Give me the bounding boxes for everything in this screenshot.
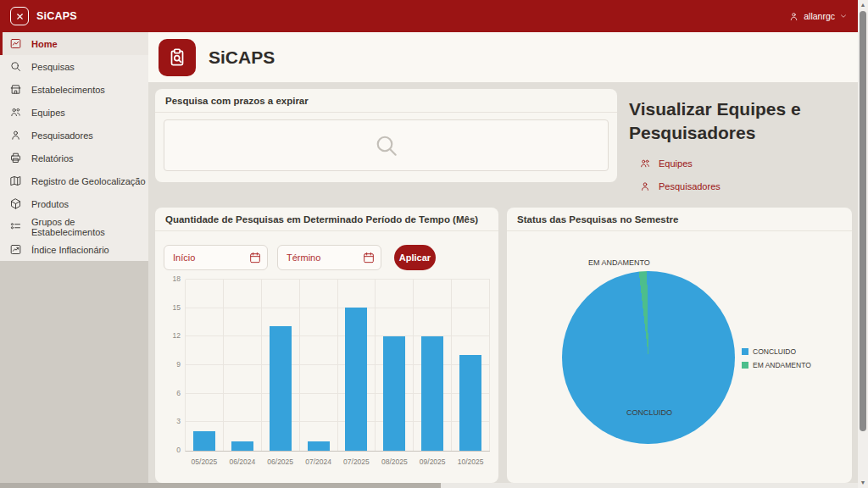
pie-slice-label-em-andamento: EM ANDAMENTO bbox=[588, 258, 650, 267]
sidebar-item-label: Pesquisadores bbox=[31, 130, 93, 141]
horizontal-scrollbar-thumb[interactable] bbox=[0, 483, 441, 488]
sidebar-item-registro-de-geolocalizacao[interactable]: Registro de Geolocalização bbox=[0, 169, 148, 192]
bar-slot: 06/2025 bbox=[262, 280, 300, 451]
close-icon bbox=[15, 12, 25, 21]
bar-panel-title: Quantidade de Pesquisas em Determinado P… bbox=[155, 208, 498, 231]
username: allanrgc bbox=[804, 11, 835, 21]
legend-swatch bbox=[742, 362, 748, 369]
horizontal-scrollbar[interactable] bbox=[0, 483, 858, 488]
bar bbox=[421, 336, 443, 451]
sidebar-item-produtos[interactable]: Produtos bbox=[0, 192, 148, 215]
box-icon bbox=[9, 197, 22, 210]
pie-panel-title: Status das Pesquisas no Semestre bbox=[507, 208, 852, 231]
teams-section-title: Visualizar Equipes e Pesquisadores bbox=[629, 97, 858, 144]
bar-slot: 06/2024 bbox=[224, 280, 262, 451]
legend-label: EM ANDAMENTO bbox=[753, 361, 811, 369]
sidebar-item-label: Grupos de Estabelecimentos bbox=[31, 217, 148, 237]
sidebar-item-label: Relatórios bbox=[31, 153, 74, 164]
x-axis-tick-label: 07/2024 bbox=[300, 458, 337, 466]
pie-legend: CONCLUIDOEM ANDAMENTO bbox=[742, 347, 811, 369]
sidebar-item-label: Equipes bbox=[31, 108, 65, 118]
sidebar-item-label: Produtos bbox=[31, 199, 69, 209]
bar bbox=[383, 336, 405, 451]
expiring-panel: Pesquisa com prazos a expirar bbox=[155, 89, 617, 182]
bar bbox=[459, 355, 481, 451]
expiring-search-box[interactable] bbox=[164, 119, 609, 171]
sidebar-item-pesquisas[interactable]: Pesquisas bbox=[0, 55, 148, 78]
scroll-up-arrow[interactable]: ▲ bbox=[858, 1, 868, 9]
calendar-icon[interactable] bbox=[362, 251, 376, 264]
people-icon bbox=[639, 158, 651, 169]
expiring-panel-title: Pesquisa com prazos a expirar bbox=[155, 89, 617, 113]
x-axis-tick-label: 08/2025 bbox=[376, 458, 413, 466]
bar-slot: 10/2025 bbox=[452, 280, 490, 451]
bar-slot: 07/2025 bbox=[338, 280, 376, 451]
y-axis-tick-label: 6 bbox=[160, 389, 181, 397]
y-axis-tick-label: 9 bbox=[160, 360, 181, 369]
x-axis-tick-label: 09/2025 bbox=[414, 458, 451, 466]
x-axis-tick-label: 05/2025 bbox=[186, 458, 223, 466]
link-equipes[interactable]: Equipes bbox=[639, 158, 858, 169]
scroll-down-arrow[interactable]: ▼ bbox=[858, 479, 868, 487]
legend-item-em-andamento: EM ANDAMENTO bbox=[742, 361, 811, 369]
link-pesquisadores[interactable]: Pesquisadores bbox=[639, 180, 858, 192]
storefront-icon bbox=[9, 83, 22, 96]
people-icon bbox=[9, 106, 22, 119]
x-axis-tick-label: 07/2025 bbox=[338, 458, 376, 466]
legend-item-concluido: CONCLUIDO bbox=[742, 347, 811, 356]
sidebar: HomePesquisasEstabelecimentosEquipesPesq… bbox=[0, 32, 148, 483]
bar bbox=[270, 326, 292, 451]
search-icon bbox=[373, 132, 400, 159]
bar bbox=[308, 441, 330, 451]
person-icon bbox=[639, 180, 651, 192]
y-axis-tick-label: 3 bbox=[160, 417, 181, 425]
x-axis-tick-label: 06/2025 bbox=[262, 458, 299, 466]
main-header: SiCAPS bbox=[148, 32, 858, 82]
pie-chart-panel: Status das Pesquisas no Semestre EM ANDA… bbox=[507, 208, 852, 483]
sidebar-item-label: Home bbox=[31, 39, 58, 49]
close-button[interactable] bbox=[10, 7, 29, 25]
y-axis-tick-label: 15 bbox=[160, 303, 181, 312]
app-logo bbox=[159, 39, 196, 76]
x-axis-tick-label: 06/2024 bbox=[224, 458, 261, 466]
sidebar-item-pesquisadores[interactable]: Pesquisadores bbox=[0, 124, 148, 147]
list-icon bbox=[9, 220, 22, 233]
vertical-scrollbar-thumb[interactable] bbox=[860, 11, 866, 431]
sidebar-item-label: Índice Inflacionário bbox=[31, 245, 109, 255]
calendar-icon[interactable] bbox=[248, 251, 262, 264]
bar-chart-panel: Quantidade de Pesquisas em Determinado P… bbox=[155, 208, 498, 483]
y-axis-tick-label: 12 bbox=[160, 331, 181, 340]
aplicar-button[interactable]: Aplicar bbox=[394, 245, 436, 270]
inicio-field bbox=[164, 245, 268, 270]
topbar: SiCAPS allanrgc bbox=[0, 0, 858, 32]
bar bbox=[193, 431, 215, 451]
x-axis-tick-label: 10/2025 bbox=[452, 458, 489, 466]
sidebar-item-label: Registro de Geolocalização bbox=[31, 176, 146, 186]
bar-slot: 07/2024 bbox=[300, 280, 338, 451]
bar-slot: 09/2025 bbox=[414, 280, 452, 451]
sidebar-item-relatorios[interactable]: Relatórios bbox=[0, 147, 148, 169]
sidebar-nav: HomePesquisasEstabelecimentosEquipesPesq… bbox=[0, 32, 148, 261]
home-icon bbox=[9, 37, 22, 50]
vertical-scrollbar[interactable]: ▲ ▼ bbox=[858, 0, 868, 488]
sidebar-item-home[interactable]: Home bbox=[0, 32, 148, 55]
pie-chart bbox=[562, 271, 735, 444]
link-pesquisadores-label: Pesquisadores bbox=[659, 181, 721, 191]
pie-slice-label-concluido: CONCLUIDO bbox=[626, 408, 672, 417]
legend-label: CONCLUIDO bbox=[753, 347, 796, 356]
termino-field bbox=[277, 245, 381, 270]
teams-section: Visualizar Equipes e Pesquisadores Equip… bbox=[629, 97, 858, 203]
bar bbox=[345, 308, 367, 451]
person-icon bbox=[9, 129, 22, 141]
legend-swatch bbox=[742, 348, 748, 355]
sidebar-item-equipes[interactable]: Equipes bbox=[0, 101, 148, 124]
sidebar-item-estabelecimentos[interactable]: Estabelecimentos bbox=[0, 78, 148, 101]
sidebar-item-grupos-de-estabelecimentos[interactable]: Grupos de Estabelecimentos bbox=[0, 215, 148, 238]
printer-icon bbox=[9, 152, 22, 164]
chevron-down-icon bbox=[839, 12, 848, 20]
sidebar-item-indice-inflacionario[interactable]: Índice Inflacionário bbox=[0, 238, 148, 261]
user-menu[interactable]: allanrgc bbox=[788, 11, 848, 22]
search-icon bbox=[9, 60, 22, 73]
bar-slot: 05/2025 bbox=[186, 280, 224, 451]
clipboard-search-icon bbox=[166, 47, 188, 69]
